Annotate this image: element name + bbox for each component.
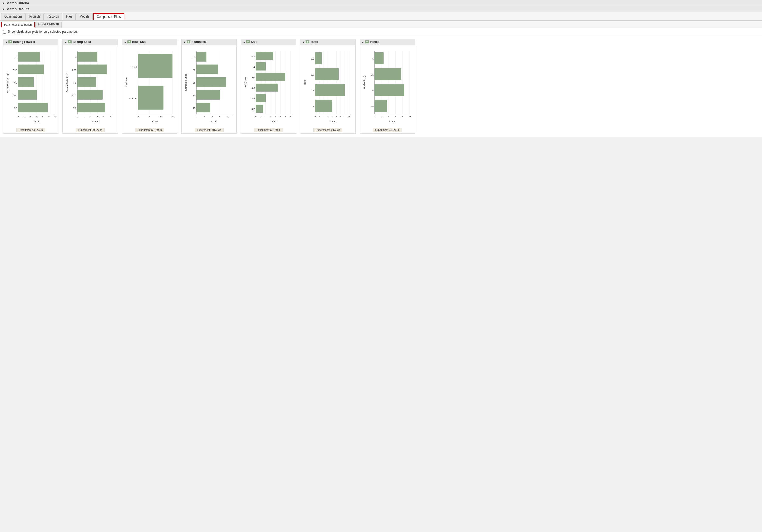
chart-footer-1: Experiment C01A03b [63, 126, 117, 133]
chart-wrapper-1: 0123456 87.957.97.857.8 Count Baking Sod… [63, 45, 117, 126]
svg-text:5: 5 [48, 115, 49, 118]
svg-text:1: 1 [83, 115, 85, 118]
svg-rect-24 [18, 90, 37, 100]
tab-projects[interactable]: Projects [26, 13, 44, 20]
tab-observations[interactable]: Observations [1, 13, 26, 20]
experiment-label-2: Experiment C01A03b [135, 128, 164, 132]
svg-rect-23 [18, 77, 34, 87]
search-results-triangle[interactable]: ▲ [2, 8, 5, 10]
svg-text:2: 2 [323, 115, 324, 118]
svg-rect-155 [315, 100, 332, 112]
filter-icon-0: ▼ [8, 40, 12, 43]
svg-text:8: 8 [348, 115, 350, 118]
chart-title-3: Fluffiness [191, 40, 206, 44]
show-selected-checkbox[interactable] [3, 30, 6, 33]
svg-rect-176 [375, 52, 383, 64]
svg-text:Vanilla (tsps): Vanilla (tsps) [363, 76, 365, 89]
svg-text:7.95: 7.95 [72, 69, 76, 71]
svg-text:Count: Count [270, 120, 277, 123]
svg-text:0: 0 [255, 115, 256, 118]
charts-content: ▲ ▼ Baking Powder 0123456 87.957.97.857.… [0, 36, 762, 137]
chart-footer-4: Experiment C01A03b [241, 126, 296, 133]
svg-text:8: 8 [402, 115, 403, 118]
chart-section-baking-soda: ▲ ▼ Baking Soda 0123456 87.957.97.857.8 … [62, 39, 118, 134]
svg-text:2.6: 2.6 [311, 89, 314, 92]
svg-rect-125 [256, 105, 263, 113]
chart-header-4[interactable]: ▲ ▼ Salt [241, 39, 296, 45]
charts-grid: ▲ ▼ Baking Powder 0123456 87.957.97.857.… [3, 39, 759, 134]
main-tabs: Observations Projects Records Files Mode… [0, 12, 762, 21]
svg-text:10: 10 [408, 115, 411, 118]
svg-text:6: 6 [372, 58, 374, 60]
svg-text:5: 5 [336, 115, 337, 118]
svg-rect-68 [138, 54, 173, 78]
svg-rect-22 [18, 65, 44, 74]
svg-rect-49 [77, 52, 97, 62]
tab-models[interactable]: Models [76, 13, 93, 20]
experiment-label-5: Experiment C01A03b [313, 128, 342, 132]
chart-header-0[interactable]: ▲ ▼ Baking Powder [3, 39, 58, 45]
chart-header-6[interactable]: ▲ ▼ Vanilla [360, 39, 415, 45]
svg-text:Taste: Taste [304, 80, 306, 85]
chart-header-3[interactable]: ▲ ▼ Fluffiness [182, 39, 237, 45]
experiment-label-6: Experiment C01A03b [373, 128, 402, 132]
svg-text:small: small [132, 66, 137, 68]
svg-text:0: 0 [17, 115, 19, 118]
svg-text:7: 7 [290, 115, 291, 118]
tab-files[interactable]: Files [63, 13, 76, 20]
chart-wrapper-6: 0246810 65.554.5 Count Vanilla (tsps) [360, 45, 415, 126]
svg-text:Salt (tsps): Salt (tsps) [244, 77, 247, 88]
sub-tabs: Parameter Distribution Model R2/RMSE [0, 21, 762, 28]
tab-comparison-plots[interactable]: Comparison Plots [93, 13, 124, 20]
chart-header-5[interactable]: ▲ ▼ Taste [300, 39, 355, 45]
svg-text:7.8: 7.8 [73, 107, 76, 109]
svg-text:1: 1 [319, 115, 320, 118]
chart-header-2[interactable]: ▲ ▼ Bowl Size [122, 39, 177, 45]
svg-text:6: 6 [285, 115, 286, 118]
collapse-icon-0: ▲ [5, 41, 7, 43]
collapse-triangle[interactable]: ▲ [2, 2, 5, 4]
svg-text:7.95: 7.95 [13, 69, 17, 71]
svg-text:medium: medium [129, 98, 137, 100]
svg-text:2.8: 2.8 [311, 58, 314, 60]
svg-text:Count: Count [211, 120, 217, 123]
svg-text:5: 5 [110, 115, 111, 118]
svg-text:2: 2 [90, 115, 91, 118]
svg-text:3: 3 [36, 115, 37, 118]
svg-rect-53 [77, 103, 105, 112]
svg-text:4: 4 [254, 66, 255, 68]
search-criteria-label: Search Criteria [6, 1, 29, 5]
svg-text:5: 5 [372, 89, 374, 92]
svg-text:15: 15 [171, 115, 174, 118]
svg-text:4: 4 [212, 115, 213, 118]
chart-wrapper-2: 051015 smallmedium Count Bowl Size [122, 45, 177, 126]
chart-title-5: Taste [310, 40, 318, 44]
svg-text:Count: Count [330, 120, 336, 123]
svg-rect-179 [375, 100, 387, 112]
svg-text:6: 6 [340, 115, 341, 118]
tab-records[interactable]: Records [44, 13, 62, 20]
chart-footer-6: Experiment C01A03b [360, 126, 415, 133]
chart-header-1[interactable]: ▲ ▼ Baking Soda [63, 39, 117, 45]
svg-text:0: 0 [195, 115, 197, 118]
filter-icon-5: ▼ [306, 40, 309, 43]
subtab-parameter-distribution[interactable]: Parameter Distribution [1, 22, 35, 28]
svg-text:3.4: 3.4 [252, 98, 255, 100]
collapse-icon-4: ▲ [243, 41, 245, 43]
svg-text:0: 0 [314, 115, 316, 118]
subtab-model-r2-rmse[interactable]: Model R2/RMSE [35, 22, 62, 28]
svg-text:2.5: 2.5 [311, 105, 314, 108]
chart-title-6: Vanilla [370, 40, 379, 44]
chart-section-taste: ▲ ▼ Taste 012345678 2.82.72.62.5 Count T… [300, 39, 355, 134]
chart-title-4: Salt [251, 40, 257, 44]
svg-text:25: 25 [193, 82, 195, 84]
svg-text:4: 4 [332, 115, 333, 118]
svg-text:7: 7 [344, 115, 345, 118]
svg-text:10: 10 [160, 115, 162, 118]
svg-rect-52 [77, 90, 103, 100]
svg-text:6: 6 [54, 115, 56, 118]
chart-footer-5: Experiment C01A03b [300, 126, 355, 133]
svg-text:4: 4 [42, 115, 43, 118]
svg-text:Baking Soda (tsps): Baking Soda (tsps) [66, 73, 68, 92]
svg-rect-121 [256, 62, 266, 70]
